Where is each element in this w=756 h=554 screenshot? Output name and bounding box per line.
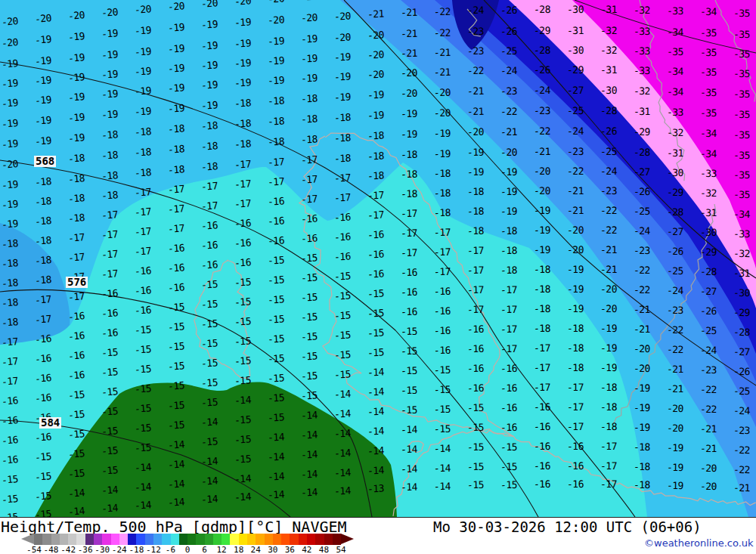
temp-value: -16 xyxy=(1,435,18,446)
temp-value: -17 xyxy=(567,402,584,412)
temp-value: -15 xyxy=(268,255,285,265)
temp-value: -19 xyxy=(168,43,185,54)
temp-value: -17 xyxy=(135,246,152,257)
temp-value: -35 xyxy=(700,88,717,97)
temp-value: -19 xyxy=(301,54,318,64)
legend-cell xyxy=(290,534,298,545)
temp-value: -35 xyxy=(733,8,750,18)
temp-value: -21 xyxy=(401,48,417,59)
temp-value: -22 xyxy=(733,445,750,455)
temp-value: -21 xyxy=(367,9,384,20)
temp-value: -15 xyxy=(500,441,517,451)
temp-value: -23 xyxy=(567,147,584,156)
temp-value: -18 xyxy=(67,193,85,204)
temp-value: -35 xyxy=(733,69,750,79)
temp-value: -19 xyxy=(301,73,318,84)
temp-value: -18 xyxy=(101,129,119,141)
contour-label-584: 584 xyxy=(39,417,61,429)
temp-value: -33 xyxy=(634,66,650,76)
temp-value: -18 xyxy=(434,168,451,178)
temp-value: -35 xyxy=(733,130,750,140)
weather-map-page: -20-20-20-20-20-20-20-20-20-20-21-20-19-… xyxy=(0,0,756,554)
temp-value: -15 xyxy=(101,386,119,398)
temp-value: -19 xyxy=(500,206,517,215)
temp-value: -33 xyxy=(634,26,650,36)
temp-value: -18 xyxy=(135,167,152,178)
temp-value: -17 xyxy=(434,227,451,237)
temp-value: -18 xyxy=(101,190,119,201)
temp-value: -14 xyxy=(168,478,185,489)
temp-value: -15 xyxy=(434,423,451,434)
temp-value: -17 xyxy=(467,246,484,255)
temp-value: -19 xyxy=(334,51,352,62)
temp-value: -14 xyxy=(301,410,318,421)
temp-value: -16 xyxy=(467,383,484,393)
temp-value: -18 xyxy=(1,297,18,308)
temp-value: -16 xyxy=(434,325,451,336)
temp-value: -19 xyxy=(467,147,484,157)
temp-value: -35 xyxy=(733,110,750,119)
temp-value: -21 xyxy=(600,265,617,274)
temp-value: -22 xyxy=(667,345,683,354)
temp-value: -14 xyxy=(268,451,285,462)
temp-value: -16 xyxy=(34,392,51,404)
temp-value: -18 xyxy=(534,284,550,294)
temp-value: -35 xyxy=(733,190,750,200)
temp-value: -15 xyxy=(434,404,451,414)
temp-value: -17 xyxy=(168,223,185,234)
legend-cell xyxy=(162,534,170,545)
temp-value: -20 xyxy=(168,1,185,11)
legend-cell xyxy=(60,534,68,545)
temp-value: -19 xyxy=(201,20,218,30)
temp-value: -19 xyxy=(34,34,51,45)
temp-value: -21 xyxy=(733,483,750,493)
temp-value: -18 xyxy=(34,196,51,207)
map-title: Height/Temp. 500 hPa [gdmp][°C] NAVGEM xyxy=(1,519,347,534)
temp-value: -22 xyxy=(667,325,683,335)
temp-value: -22 xyxy=(600,225,617,235)
temp-value: -20 xyxy=(101,7,119,18)
temp-value: -19 xyxy=(600,363,617,373)
legend-cell xyxy=(179,534,187,545)
temp-value: -23 xyxy=(467,26,484,36)
temp-value: -14 xyxy=(401,425,417,435)
temp-value: -15 xyxy=(101,406,119,417)
temp-value: -20 xyxy=(268,0,285,5)
temp-value: -15 xyxy=(467,480,484,490)
temp-value: -20 xyxy=(434,107,451,118)
temp-value: -18 xyxy=(234,97,252,108)
legend-cell xyxy=(205,534,213,545)
temp-value: -17 xyxy=(168,203,185,214)
temp-value: -25 xyxy=(500,45,517,55)
temp-value: -27 xyxy=(733,347,750,357)
temp-value: -20 xyxy=(34,13,51,24)
temp-value: -35 xyxy=(700,67,717,77)
temp-value: -19 xyxy=(467,167,484,177)
temp-value: -16 xyxy=(567,461,584,471)
temp-value: -15 xyxy=(268,294,285,305)
temp-value: -15 xyxy=(334,330,352,340)
temp-value: -24 xyxy=(500,65,517,75)
temp-value: -19 xyxy=(301,34,318,45)
temp-value: -16 xyxy=(168,282,185,292)
temp-value: -17 xyxy=(534,363,550,373)
legend-cell xyxy=(299,534,307,545)
temp-value: -20 xyxy=(534,166,550,176)
temp-value: -19 xyxy=(67,91,85,103)
temp-value: -15 xyxy=(301,371,318,382)
legend-cell xyxy=(111,534,119,545)
temp-value: -30 xyxy=(567,45,584,55)
temp-value: -15 xyxy=(401,346,417,357)
temp-value: -20 xyxy=(367,50,384,60)
temp-value: -23 xyxy=(500,85,517,95)
temp-value: -15 xyxy=(135,383,152,395)
temp-value: -17 xyxy=(500,323,517,333)
legend-cell xyxy=(128,534,136,545)
temp-value: -14 xyxy=(367,367,384,378)
temp-value: -19 xyxy=(67,112,85,123)
temp-value: -15 xyxy=(401,385,417,396)
temp-value: -16 xyxy=(34,373,51,384)
temp-value: -21 xyxy=(401,8,417,18)
temp-value: -18 xyxy=(634,442,650,452)
temp-value: -18 xyxy=(634,462,650,472)
